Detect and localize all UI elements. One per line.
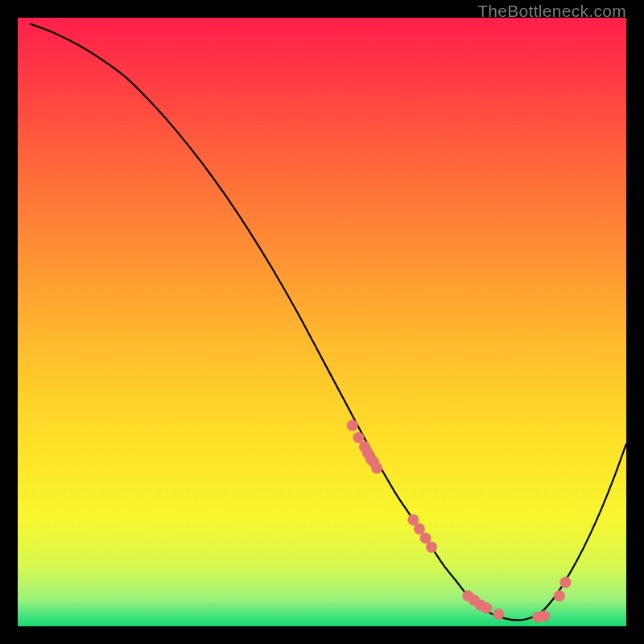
data-point <box>481 602 492 613</box>
data-point <box>554 590 565 601</box>
data-point <box>559 577 571 588</box>
data-point <box>371 462 382 473</box>
chart-background-gradient <box>18 18 626 626</box>
data-point <box>539 610 550 621</box>
chart-plot-area <box>18 18 626 626</box>
chart-svg <box>18 18 626 626</box>
data-point <box>493 609 504 620</box>
data-point <box>426 542 437 553</box>
data-point <box>347 420 358 431</box>
